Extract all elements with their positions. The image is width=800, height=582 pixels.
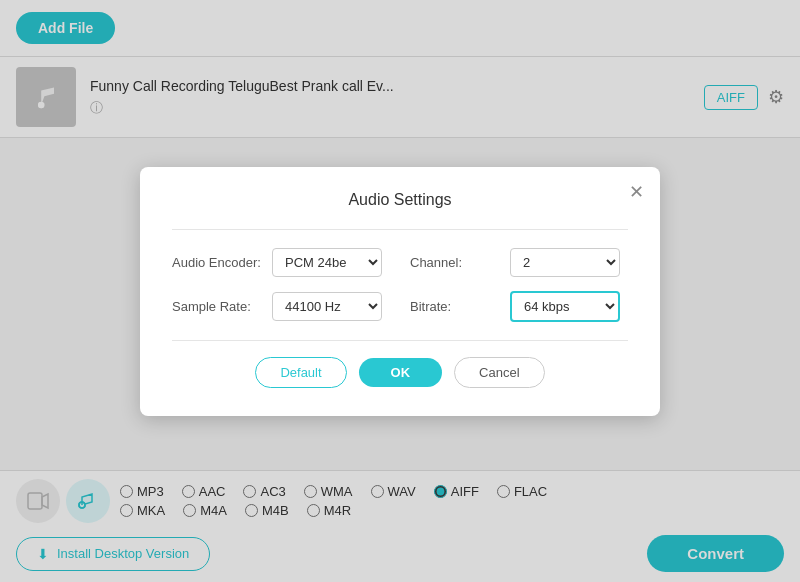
modal-bottom-separator (172, 340, 628, 341)
ok-button[interactable]: OK (359, 358, 443, 387)
default-button[interactable]: Default (255, 357, 346, 388)
modal-separator (172, 229, 628, 230)
channel-row: Channel: 2 (410, 248, 628, 277)
channel-select[interactable]: 2 (510, 248, 620, 277)
cancel-button[interactable]: Cancel (454, 357, 544, 388)
audio-encoder-label: Audio Encoder: (172, 255, 262, 270)
audio-encoder-select[interactable]: PCM 24be (272, 248, 382, 277)
modal-title: Audio Settings (172, 191, 628, 209)
audio-settings-modal: ✕ Audio Settings Audio Encoder: PCM 24be… (140, 167, 660, 416)
sample-rate-label: Sample Rate: (172, 299, 262, 314)
sample-rate-row: Sample Rate: 44100 Hz (172, 291, 390, 322)
modal-actions: Default OK Cancel (172, 357, 628, 388)
sample-rate-select[interactable]: 44100 Hz (272, 292, 382, 321)
bitrate-label: Bitrate: (410, 299, 500, 314)
channel-label: Channel: (410, 255, 500, 270)
modal-form: Audio Encoder: PCM 24be Channel: 2 Sampl… (172, 248, 628, 322)
bitrate-select[interactable]: 64 kbps (510, 291, 620, 322)
modal-overlay: ✕ Audio Settings Audio Encoder: PCM 24be… (0, 0, 800, 582)
audio-encoder-row: Audio Encoder: PCM 24be (172, 248, 390, 277)
bitrate-row: Bitrate: 64 kbps (410, 291, 628, 322)
modal-close-button[interactable]: ✕ (629, 181, 644, 203)
